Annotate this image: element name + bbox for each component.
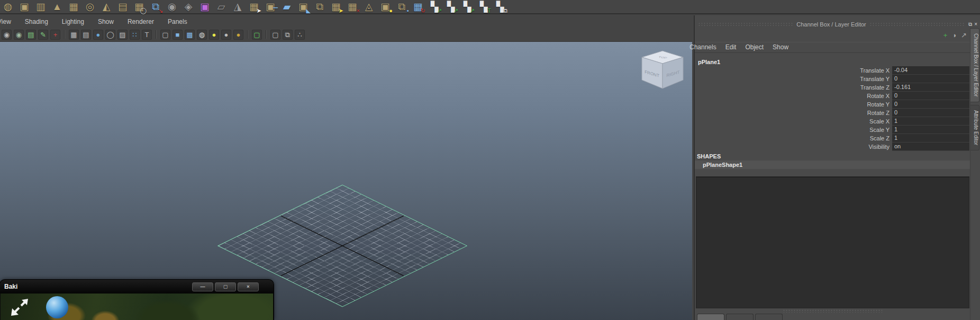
channel-menu-show[interactable]: Show: [773, 43, 788, 51]
shelf-poly-cylinder-button[interactable]: ▥: [34, 1, 47, 13]
image-plane-icon[interactable]: ✎: [38, 30, 48, 40]
layer-editor-tab-1[interactable]: [697, 314, 724, 320]
no-lights-icon[interactable]: ●: [233, 30, 243, 40]
move-manipulator-icon[interactable]: +: [943, 31, 948, 39]
safe-title-icon[interactable]: T: [142, 30, 152, 40]
shelf-poly-cube-button[interactable]: ▣: [18, 1, 31, 13]
select-arrow-icon[interactable]: ↗: [961, 31, 967, 39]
shelf-uv-spherical-mapping-button[interactable]: ▚↗: [461, 1, 474, 13]
shaded-display-icon[interactable]: ●: [93, 30, 103, 40]
use-all-lights-icon[interactable]: ◍: [197, 30, 207, 40]
shelf-poly-combine-button[interactable]: ⧉↘: [149, 1, 162, 13]
layer-editor-splitter[interactable]: [695, 308, 971, 314]
shelf-poly-sphere-button[interactable]: ◍: [2, 1, 14, 13]
layer-editor-tab-2[interactable]: [726, 314, 754, 320]
attribute-value-field[interactable]: 0: [892, 92, 969, 100]
default-light-icon[interactable]: ●: [221, 30, 231, 40]
shelf-append-to-polygon-button[interactable]: ▦➤: [248, 1, 260, 13]
menu-show[interactable]: Show: [91, 18, 121, 25]
baki-close-button[interactable]: ×: [238, 282, 259, 291]
attribute-value-field[interactable]: -0.04: [892, 66, 969, 75]
attribute-value-field[interactable]: 1: [892, 134, 969, 143]
isolate-view-icon[interactable]: ▢: [270, 30, 280, 40]
attribute-value-field[interactable]: 0: [892, 100, 969, 109]
shelf-bevel-button[interactable]: ▣◣: [297, 1, 310, 13]
perspective-viewport[interactable]: TOP FRONT RIGHT: [0, 41, 692, 320]
shelf-uv-cylindrical-mapping-button[interactable]: ▚↗: [444, 1, 457, 13]
float-panel-icon[interactable]: ⧉: [968, 21, 973, 27]
layer-list-area[interactable]: [696, 176, 969, 308]
tab-channel-box-layer-editor[interactable]: Channel Box / Layer Editor: [970, 28, 979, 102]
menu-panels[interactable]: Panels: [161, 18, 194, 25]
shelf-poly-extract-button[interactable]: ◈: [182, 1, 195, 13]
shelf-uv-texture-editor-button[interactable]: ▚⧉: [494, 1, 506, 13]
textured-icon[interactable]: ▩: [185, 30, 195, 40]
attribute-value-field[interactable]: -0.161: [892, 83, 969, 92]
viewport-connections-icon[interactable]: ∴: [295, 30, 305, 40]
select-camera-icon[interactable]: ◉: [2, 30, 12, 40]
menu-shading[interactable]: Shading: [18, 18, 55, 25]
baki-video-content[interactable]: [1, 294, 273, 320]
baki-titlebar[interactable]: Baki —▢×: [0, 280, 274, 294]
shelf-poly-torus-button[interactable]: ◎: [84, 1, 96, 13]
shelf-duplicate-face-button[interactable]: ⧉▪: [395, 1, 408, 13]
menu-renderer[interactable]: Renderer: [121, 18, 161, 25]
shelf-poly-fold-button[interactable]: ▱: [215, 1, 228, 13]
shelf-poly-cone-button[interactable]: ▲: [51, 1, 63, 13]
shelf-bridge-edge-button[interactable]: ▰: [280, 1, 293, 13]
attribute-value-field[interactable]: 1: [892, 126, 969, 134]
resolution-gate-icon[interactable]: ◯: [105, 30, 115, 40]
layer-editor-tab-3[interactable]: [755, 314, 783, 320]
shelf-poly-pipe-button[interactable]: ▤: [116, 1, 129, 13]
shelf-offset-edge-loop-button[interactable]: ▦×: [346, 1, 359, 13]
tab-attribute-editor[interactable]: Attribute Editor: [970, 105, 979, 150]
attribute-value-field[interactable]: on: [892, 143, 969, 151]
wireframe-icon[interactable]: ▢: [160, 30, 170, 40]
titlebar-hatch-left: [698, 22, 793, 26]
smooth-shade-icon[interactable]: ■: [173, 30, 183, 40]
shelf-sculpt-geometry-button[interactable]: ▦◯: [133, 1, 146, 13]
attribute-value-field[interactable]: 1: [892, 117, 969, 126]
center-of-interest-icon[interactable]: +: [50, 30, 60, 40]
isolate-selected-icon[interactable]: ⧉: [283, 30, 293, 40]
camera-attributes-icon[interactable]: ◉: [14, 30, 24, 40]
shelf-poly-triangulate-button[interactable]: ◮: [231, 1, 244, 13]
smooth-mesh-accent-icon: ↻: [421, 8, 425, 14]
ambient-light-icon[interactable]: ●: [209, 30, 219, 40]
object-name[interactable]: pPlane1: [695, 58, 971, 66]
shape-name[interactable]: pPlaneShape1: [695, 161, 971, 169]
object-selection-icon[interactable]: ▢: [252, 30, 262, 40]
shelf-split-polygon-button[interactable]: ⧉: [313, 1, 326, 13]
shelf-poly-pyramid-button[interactable]: ◭: [100, 1, 113, 13]
shelf-add-divisions-button[interactable]: ◬: [362, 1, 375, 13]
attribute-value-field[interactable]: 0: [892, 75, 969, 83]
baki-minimize-button[interactable]: —: [192, 282, 213, 291]
baki-maximize-button[interactable]: ▢: [215, 282, 236, 291]
attribute-label: Scale Z: [695, 135, 892, 141]
attribute-value-field[interactable]: 0: [892, 109, 969, 117]
channel-menu-object[interactable]: Object: [745, 43, 764, 51]
menu-lighting[interactable]: Lighting: [55, 18, 91, 25]
shelf-uv-automatic-mapping-button[interactable]: ▚T: [477, 1, 490, 13]
shelf-smooth-mesh-button[interactable]: ▦↻: [412, 1, 424, 13]
shelf-poly-separate-button[interactable]: ◉: [166, 1, 178, 13]
close-panel-icon[interactable]: ×: [974, 21, 978, 27]
titlebar-hatch-right: [869, 22, 965, 26]
field-chart-icon[interactable]: ∷: [130, 30, 140, 40]
channel-menu-edit[interactable]: Edit: [725, 43, 737, 51]
channel-menu-channels[interactable]: Channels: [689, 43, 716, 51]
film-gate-icon[interactable]: ▤: [81, 30, 91, 40]
shelf-uv-planar-mapping-button[interactable]: ▚↗: [428, 1, 441, 13]
shelf-poly-plane-button[interactable]: ▦: [67, 1, 80, 13]
shelf-smooth-proxy-button[interactable]: ▣: [198, 1, 211, 13]
shelf-insert-edge-loop-button[interactable]: ▦➤: [330, 1, 342, 13]
menu-view[interactable]: View: [0, 18, 18, 25]
shelf-extrude-face-button[interactable]: ▣▔: [264, 1, 277, 13]
display-contrast-icon[interactable]: ◑: [952, 31, 956, 39]
channel-box-titlebar[interactable]: Channel Box / Layer Editor ⧉×: [696, 20, 980, 28]
shelf-merge-vertices-button[interactable]: ▣●: [379, 1, 392, 13]
gate-mask-icon[interactable]: ▨: [117, 30, 128, 40]
view-cube[interactable]: TOP FRONT RIGHT: [639, 49, 686, 91]
bookmarks-icon[interactable]: ▤: [26, 30, 36, 40]
grid-icon[interactable]: ▦: [69, 30, 79, 40]
